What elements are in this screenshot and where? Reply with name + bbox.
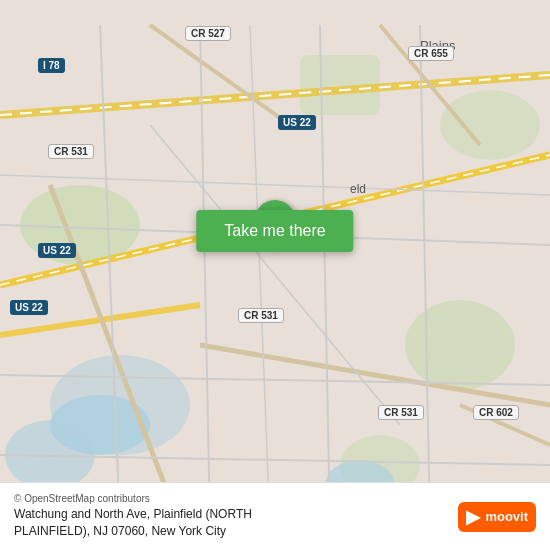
moovit-label: moovit xyxy=(485,509,528,524)
map-container: Plains eld I 78 CR 527 CR 655 US 22 CR 5… xyxy=(0,0,550,550)
road-label-us22-lower: US 22 xyxy=(10,300,48,315)
take-me-there-button[interactable]: Take me there xyxy=(196,210,353,252)
location-text: Watchung and North Ave, Plainfield (NORT… xyxy=(14,506,252,540)
svg-text:eld: eld xyxy=(350,182,366,196)
road-label-us22-mid: US 22 xyxy=(38,243,76,258)
bottom-bar: © OpenStreetMap contributors Watchung an… xyxy=(0,482,550,550)
road-label-cr655: CR 655 xyxy=(408,46,454,61)
road-label-cr602: CR 602 xyxy=(473,405,519,420)
road-label-i78: I 78 xyxy=(38,58,65,73)
svg-point-2 xyxy=(405,300,515,390)
road-label-cr527: CR 527 xyxy=(185,26,231,41)
road-label-cr531-right: CR 531 xyxy=(378,405,424,420)
road-label-us22-top: US 22 xyxy=(278,115,316,130)
attribution: © OpenStreetMap contributors xyxy=(14,493,252,504)
bottom-bar-info: © OpenStreetMap contributors Watchung an… xyxy=(14,493,252,540)
moovit-logo: ▶ moovit xyxy=(458,502,536,532)
road-label-cr531-mid: CR 531 xyxy=(238,308,284,323)
road-label-cr531-left: CR 531 xyxy=(48,144,94,159)
svg-point-7 xyxy=(440,90,540,160)
